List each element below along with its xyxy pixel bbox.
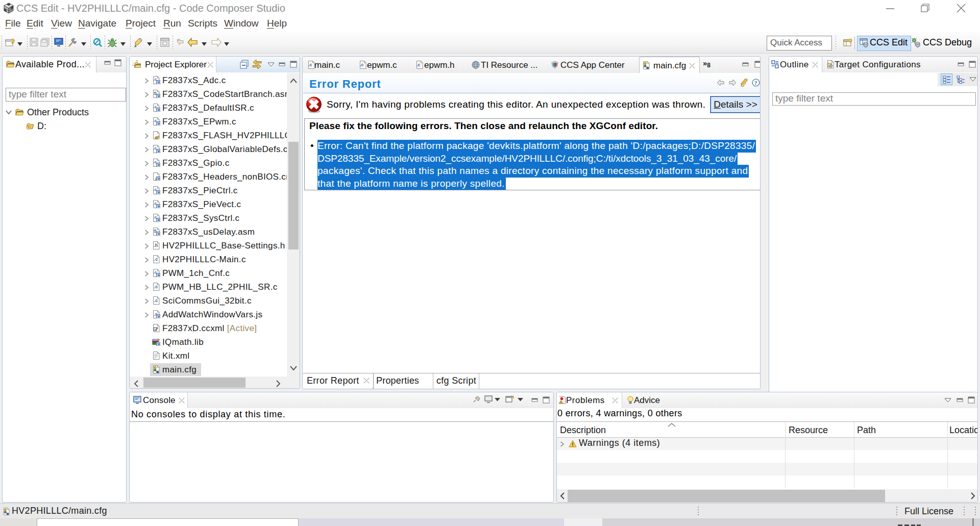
svg-text:.c: .c xyxy=(360,62,364,67)
svg-text:.c: .c xyxy=(308,62,312,67)
svg-text:.c: .c xyxy=(154,257,158,262)
svg-text:.h: .h xyxy=(154,243,158,248)
svg-text:.c: .c xyxy=(154,284,158,289)
svg-text:.c: .c xyxy=(416,62,421,67)
svg-text:?: ? xyxy=(754,80,757,86)
svg-text:.c: .c xyxy=(154,298,158,303)
